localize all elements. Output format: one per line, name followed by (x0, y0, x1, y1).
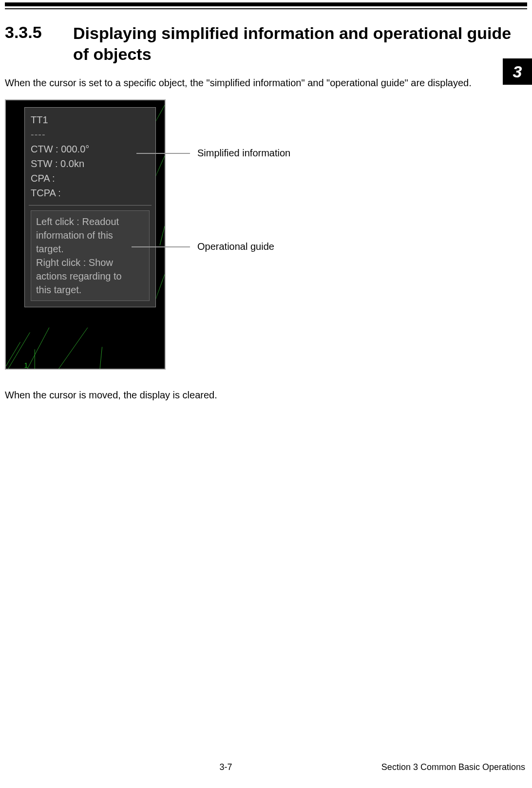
tooltip-tcpa: TCPA : (31, 186, 150, 200)
heading-number: 3.3.5 (5, 23, 73, 42)
callout-line-operational (132, 246, 190, 247)
svg-line-8 (160, 226, 165, 245)
svg-line-9 (155, 274, 165, 301)
operational-guide-box: Left click : Readout information of this… (31, 210, 150, 301)
screenshot-panel: 1 TT1 ---- CTW : 000.0° STW : 0.0kn CPA … (5, 99, 166, 370)
guide-line-3: target. (36, 242, 144, 256)
top-rule-thick (5, 2, 527, 6)
page-footer: 3-7 Section 3 Common Basic Operations (0, 762, 532, 772)
heading-title: Displaying simplified information and op… (73, 23, 527, 64)
tooltip-title: TT1 (31, 113, 150, 127)
tooltip-box: TT1 ---- CTW : 000.0° STW : 0.0kn CPA : … (24, 107, 156, 307)
svg-line-5 (100, 347, 102, 369)
guide-line-4: Right click : Show (36, 256, 144, 269)
closing-paragraph: When the cursor is moved, the display is… (5, 387, 527, 403)
svg-line-0 (6, 342, 20, 366)
callout-line-simplified (136, 153, 190, 154)
svg-text:1: 1 (24, 361, 28, 369)
page-content: 3.3.5 Displaying simplified information … (0, 2, 532, 403)
callout-label-operational: Operational guide (197, 241, 274, 252)
tooltip-ctw: CTW : 000.0° (31, 142, 150, 156)
intro-paragraph: When the cursor is set to a specific obj… (5, 73, 527, 93)
top-rule-thin (5, 8, 527, 9)
footer-page-number: 3-7 (0, 762, 315, 772)
guide-line-1: Left click : Readout (36, 215, 144, 228)
tooltip-stw: STW : 0.0kn (31, 156, 150, 171)
svg-line-7 (155, 156, 165, 178)
svg-line-2 (27, 328, 49, 369)
footer-section: Section 3 Common Basic Operations (381, 762, 525, 772)
tooltip-divider (29, 205, 152, 206)
tooltip-cpa: CPA : (31, 171, 150, 186)
chapter-tab: 3 (503, 58, 532, 85)
callout-label-simplified: Simplified information (197, 148, 290, 159)
svg-line-4 (59, 328, 88, 369)
tooltip-dashes: ---- (31, 127, 150, 142)
guide-line-2: information of this (36, 228, 144, 242)
section-heading: 3.3.5 Displaying simplified information … (5, 23, 527, 64)
guide-line-5: actions regarding to (36, 269, 144, 283)
guide-line-6: this target. (36, 283, 144, 297)
figure-area: 1 TT1 ---- CTW : 000.0° STW : 0.0kn CPA … (5, 99, 346, 372)
